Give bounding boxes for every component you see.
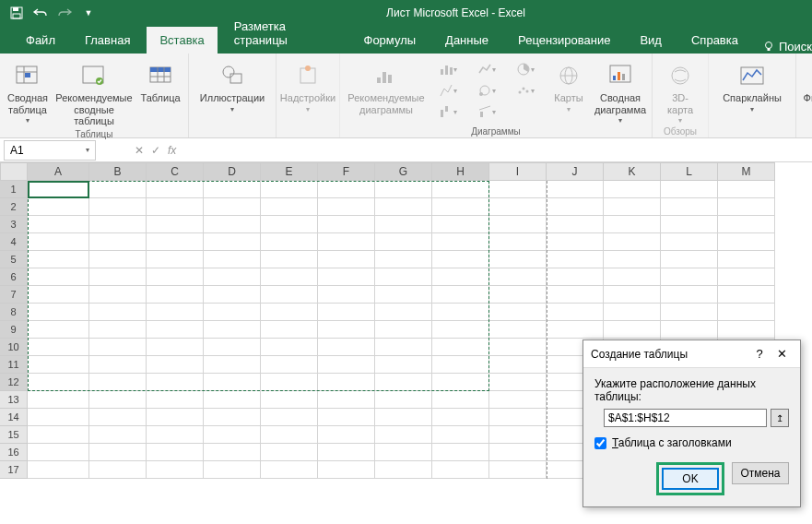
cell[interactable] [89,409,147,426]
cell[interactable] [89,233,147,251]
column-header[interactable]: D [204,162,261,181]
headers-checkbox[interactable] [594,437,606,449]
cell[interactable] [147,251,204,268]
cell[interactable] [718,286,775,304]
cell[interactable] [489,426,547,444]
cell[interactable] [204,304,261,321]
cell[interactable] [89,216,147,233]
cell[interactable] [718,181,775,198]
cell[interactable] [547,286,604,304]
cell[interactable] [318,304,375,321]
cell[interactable] [604,286,661,304]
cell[interactable] [489,304,547,321]
cell[interactable] [604,268,661,286]
cell[interactable] [204,181,261,198]
cell[interactable] [89,286,147,304]
cell[interactable] [375,374,432,391]
cell[interactable] [661,321,718,339]
cell[interactable] [204,233,261,251]
cell[interactable] [432,356,489,374]
cell[interactable] [89,304,147,321]
cell[interactable] [261,268,318,286]
pivot-table-button[interactable]: Сводная таблица ▾ [6,57,50,125]
cell[interactable] [718,304,775,321]
cell[interactable] [375,233,432,251]
column-header[interactable]: I [489,162,547,181]
cell[interactable] [204,339,261,356]
cell[interactable] [432,198,489,216]
row-header[interactable]: 13 [0,391,28,409]
redo-icon[interactable] [53,2,76,24]
cell[interactable] [375,198,432,216]
cell[interactable] [318,339,375,356]
cell[interactable] [432,216,489,233]
cell[interactable] [718,233,775,251]
cell[interactable] [489,321,547,339]
cell[interactable] [604,251,661,268]
tab-view[interactable]: Вид [627,27,675,54]
cell[interactable] [28,304,89,321]
row-header[interactable]: 16 [0,444,28,461]
cell[interactable] [661,233,718,251]
cell[interactable] [147,339,204,356]
cell[interactable] [261,286,318,304]
cell[interactable] [204,409,261,426]
row-header[interactable]: 6 [0,268,28,286]
headers-checkbox-row[interactable]: ТТаблица с заголовкамиаблица с заголовка… [594,436,789,449]
cell[interactable] [89,461,147,479]
cell[interactable] [661,286,718,304]
cell[interactable] [375,444,432,461]
cell[interactable] [718,321,775,339]
cell[interactable] [718,251,775,268]
cell[interactable] [661,198,718,216]
cell[interactable] [489,233,547,251]
cell[interactable] [318,286,375,304]
cell[interactable] [489,339,547,356]
cell[interactable] [147,304,204,321]
cell[interactable] [489,251,547,268]
cell[interactable] [261,339,318,356]
cell[interactable] [547,198,604,216]
cell[interactable] [28,339,89,356]
cell[interactable] [375,181,432,198]
cell[interactable] [261,304,318,321]
cell[interactable] [261,409,318,426]
cell[interactable] [604,181,661,198]
cell[interactable] [432,268,489,286]
cell[interactable] [261,444,318,461]
cell[interactable] [28,356,89,374]
cell[interactable] [147,444,204,461]
cell[interactable] [204,286,261,304]
cell[interactable] [375,251,432,268]
scatter-chart-button[interactable]: ▾ [508,80,543,101]
cell[interactable] [432,233,489,251]
cell[interactable] [28,286,89,304]
combo-chart-button[interactable]: ▾ [469,101,504,122]
cell[interactable] [547,181,604,198]
cell[interactable] [28,391,89,409]
cell[interactable] [261,374,318,391]
cell[interactable] [147,461,204,479]
help-icon[interactable]: ? [748,347,771,361]
cell[interactable] [375,321,432,339]
save-icon[interactable] [6,2,28,24]
cell[interactable] [318,461,375,479]
cell[interactable] [204,374,261,391]
cell[interactable] [28,268,89,286]
cell[interactable] [261,461,318,479]
row-header[interactable]: 10 [0,339,28,356]
dialog-titlebar[interactable]: Создание таблицы ? ✕ [583,340,800,368]
cell[interactable] [318,268,375,286]
cell[interactable] [318,374,375,391]
cell[interactable] [204,356,261,374]
cell[interactable] [432,461,489,479]
maps-button[interactable]: Карты ▾ [547,57,591,113]
qat-customize-icon[interactable]: ▼ [77,2,100,24]
cell[interactable] [547,268,604,286]
fx-icon[interactable]: fx [168,144,176,157]
cell[interactable] [28,426,89,444]
recommended-pivot-button[interactable]: Рекомендуемые сводные таблицы [53,57,135,127]
cell[interactable] [547,251,604,268]
cell[interactable] [261,198,318,216]
cell[interactable] [547,321,604,339]
